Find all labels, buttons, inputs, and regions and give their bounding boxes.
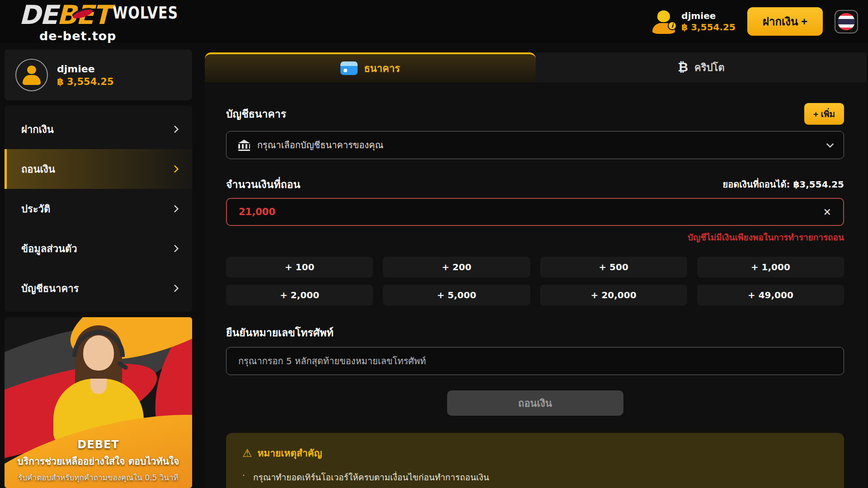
sidebar-menu: ฝากเงิน ถอนเงิน ประวัติ ข้อมูลส่วนตัว บั… xyxy=(5,106,192,312)
sidebar-user-card: djmiee ฿ 3,554.25 xyxy=(5,50,192,100)
sidebar-item-withdraw[interactable]: ถอนเงิน xyxy=(5,149,192,189)
header-balance: ฿ 3,554.25 xyxy=(681,22,736,33)
quick-amount-button-1000[interactable]: + 1,000 xyxy=(697,257,844,277)
logo-domain: de-bet.top xyxy=(39,29,178,43)
deposit-button[interactable]: ฝากเงิน + xyxy=(747,7,823,36)
bitcoin-icon: ₿ xyxy=(678,61,688,74)
chevron-right-icon xyxy=(171,285,179,292)
amount-input-container: ✕ xyxy=(226,198,844,226)
quick-amount-button-20000[interactable]: + 20,000 xyxy=(540,285,687,305)
tab-crypto[interactable]: ₿ คริปโต xyxy=(536,52,867,82)
withdraw-submit-button[interactable]: ถอนเงิน xyxy=(447,390,623,416)
chevron-right-icon xyxy=(171,126,179,133)
important-notes-panel: ⚠ หมายเหตุสำคัญ · กรุณาทำยอดเทิร์นโอเวอร… xyxy=(226,433,844,488)
available-balance-label: ยอดเงินที่ถอนได้: ฿3,554.25 xyxy=(722,177,844,192)
chevron-right-icon xyxy=(171,165,179,173)
tab-bank[interactable]: ธนาคาร xyxy=(205,52,536,82)
sidebar-item-profile[interactable]: ข้อมูลส่วนตัว xyxy=(5,229,192,268)
phone-confirm-input[interactable] xyxy=(226,347,844,375)
withdraw-panel: บัญชีธนาคาร + เพิ่ม กรุณาเลือกบัญชีธนาคา… xyxy=(205,82,867,488)
tab-label: ธนาคาร xyxy=(364,61,400,76)
menu-label: ฝากเงิน xyxy=(21,122,54,137)
quick-amount-button-500[interactable]: + 500 xyxy=(540,257,687,277)
bullet-icon: · xyxy=(242,470,245,484)
quick-amount-grid: + 100 + 200 + 500 + 1,000 + 2,000 + 5,00… xyxy=(226,257,844,305)
sidebar: djmiee ฿ 3,554.25 ฝากเงิน ถอนเงิน ประวัต… xyxy=(5,50,192,488)
chevron-right-icon xyxy=(171,245,179,253)
bank-card-icon xyxy=(340,61,358,75)
bank-account-select[interactable]: กรุณาเลือกบัญชีธนาคารของคุณ xyxy=(226,131,844,159)
menu-label: บัญชีธนาคาร xyxy=(21,281,79,296)
quick-amount-button-49000[interactable]: + 49,000 xyxy=(697,285,844,305)
header-user-chip[interactable]: i djmiee ฿ 3,554.25 xyxy=(651,9,736,34)
logo-text-de: DE xyxy=(19,0,57,30)
bank-building-icon xyxy=(238,140,250,150)
tab-label: คริปโต xyxy=(694,60,725,75)
phone-confirm-label: ยืนยันหมายเลขโทรศัพท์ xyxy=(226,324,844,341)
info-badge-icon: i xyxy=(668,21,677,30)
menu-label: ประวัติ xyxy=(21,201,50,217)
sidebar-item-bank-accounts[interactable]: บัญชีธนาคาร xyxy=(5,268,192,308)
quick-amount-button-100[interactable]: + 100 xyxy=(226,257,373,277)
sidebar-balance: ฿ 3,554.25 xyxy=(57,76,114,87)
promo-brand: DEBET xyxy=(5,438,192,451)
insufficient-funds-error: บัญชีไม่มีเงินเพียงพอในการทำรายการถอน xyxy=(226,230,844,244)
quick-amount-button-2000[interactable]: + 2,000 xyxy=(226,285,373,305)
bank-select-placeholder: กรุณาเลือกบัญชีธนาคารของคุณ xyxy=(257,138,819,152)
clear-amount-icon[interactable]: ✕ xyxy=(823,206,831,218)
chevron-right-icon xyxy=(171,205,179,213)
sidebar-item-history[interactable]: ประวัติ xyxy=(5,189,192,229)
brand-logo[interactable]: DEBET WOLVES de-bet.top xyxy=(19,2,178,43)
note-item: · กรุณาทำยอดเทิร์นโอเวอร์ให้ครบตามเงื่อน… xyxy=(242,470,828,484)
quick-amount-button-5000[interactable]: + 5,000 xyxy=(383,285,530,305)
quick-amount-button-200[interactable]: + 200 xyxy=(383,257,530,277)
notes-title: หมายเหตุสำคัญ xyxy=(258,446,322,460)
promo-subline: รับคำตอบสำหรับทุกคำถามของคุณใน 0.5 วินาท… xyxy=(5,471,192,483)
top-header: DEBET WOLVES de-bet.top i djmiee ฿ 3,554… xyxy=(0,0,868,43)
support-promo-banner: DEBET บริการช่วยเหลืออย่างใส่ใจ ตอบไวทัน… xyxy=(5,317,192,488)
logo-text-wolves: WOLVES xyxy=(113,3,178,23)
thai-flag-icon xyxy=(838,13,855,30)
sidebar-item-deposit[interactable]: ฝากเงิน xyxy=(5,109,192,149)
user-avatar-icon: i xyxy=(651,9,676,34)
chevron-down-icon xyxy=(826,140,834,148)
sidebar-avatar-icon xyxy=(15,59,48,91)
add-bank-button[interactable]: + เพิ่ม xyxy=(804,103,844,125)
payment-method-tabs: ธนาคาร ₿ คริปโต xyxy=(205,52,867,82)
amount-label: จำนวนเงินที่ถอน xyxy=(226,176,300,192)
menu-label: ถอนเงิน xyxy=(21,161,55,177)
menu-label: ข้อมูลส่วนตัว xyxy=(21,241,77,257)
sidebar-username: djmiee xyxy=(57,63,114,75)
promo-headline: บริการช่วยเหลืออย่างใส่ใจ ตอบไวทันใจ xyxy=(5,454,192,469)
note-text: กรุณาทำยอดเทิร์นโอเวอร์ให้ครบตามเงื่อนไข… xyxy=(253,470,489,484)
language-selector[interactable] xyxy=(835,10,858,33)
bank-account-section-label: บัญชีธนาคาร xyxy=(226,106,286,122)
header-username: djmiee xyxy=(681,10,736,22)
amount-input[interactable] xyxy=(239,206,823,217)
warning-icon: ⚠ xyxy=(242,448,252,459)
